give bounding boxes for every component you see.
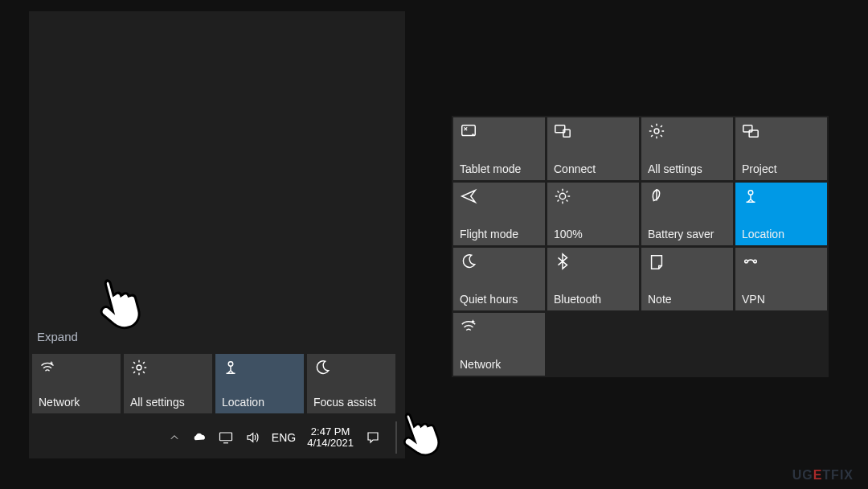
action-center-icon[interactable]: [365, 430, 381, 445]
taskbar-time: 2:47 PM: [307, 426, 354, 438]
quick-action-label: Connect: [554, 162, 633, 175]
taskbar-divider: [395, 421, 397, 454]
svg-point-12: [745, 260, 748, 263]
quick-action-network[interactable]: Network: [453, 313, 545, 376]
vpn-icon: [742, 253, 821, 270]
volume-icon[interactable]: [244, 430, 260, 445]
quick-action-label: VPN: [742, 293, 821, 306]
wifi-icon: [39, 359, 114, 376]
svg-rect-2: [219, 433, 231, 441]
watermark-ugetfix: UGETFIX: [792, 468, 854, 483]
taskbar: ENG 2:47 PM 4/14/2021: [29, 417, 405, 458]
quick-action-network[interactable]: Network: [32, 354, 121, 413]
quick-action-label: Network: [39, 396, 114, 409]
svg-point-4: [473, 134, 473, 135]
svg-point-10: [559, 193, 565, 199]
quick-action-label: Battery saver: [648, 228, 727, 240]
taskbar-language[interactable]: ENG: [272, 431, 296, 444]
quick-action-project[interactable]: Project: [735, 117, 827, 180]
location-icon: [222, 359, 297, 376]
quick-action-label: All settings: [130, 396, 206, 409]
airplane-icon: [460, 187, 538, 205]
quick-actions-expanded-panel: Tablet modeConnectAll settingsProjectFli…: [452, 116, 829, 377]
connect-icon: [554, 122, 633, 140]
expand-link[interactable]: Expand: [37, 330, 78, 343]
quick-action-label: Note: [648, 293, 727, 306]
quick-action-note[interactable]: Note: [641, 248, 733, 310]
quick-action-battery-saver[interactable]: Battery saver: [641, 183, 733, 245]
quick-action-vpn[interactable]: VPN: [735, 248, 827, 310]
quick-action-label: 100%: [554, 228, 633, 240]
quick-action-location[interactable]: Location: [735, 183, 827, 245]
quick-action-all-settings[interactable]: All settings: [641, 117, 733, 180]
location-icon: [742, 187, 821, 205]
quick-action-label: Location: [742, 228, 821, 240]
quick-action-label: Flight mode: [460, 228, 538, 240]
quick-action-quiet-hours[interactable]: Quiet hours: [453, 248, 545, 310]
quick-action-label: Focus assist: [313, 396, 389, 409]
quick-actions-row: Network All settings Location Focus assi…: [29, 354, 395, 413]
taskbar-date: 4/14/2021: [307, 438, 354, 449]
taskbar-clock[interactable]: 2:47 PM 4/14/2021: [307, 426, 354, 450]
action-center-panel: Expand Network All settings Location: [29, 11, 405, 458]
tablet-icon: [460, 122, 538, 140]
svg-point-7: [654, 129, 659, 134]
note-icon: [648, 253, 727, 270]
quick-action-all-settings[interactable]: All settings: [124, 354, 212, 413]
quick-action-label: Quiet hours: [460, 293, 538, 306]
quick-action-label: Project: [742, 162, 821, 175]
quick-action-connect[interactable]: Connect: [547, 117, 639, 180]
sun-icon: [554, 187, 633, 205]
quick-action-label: Location: [222, 396, 297, 409]
quick-action-flight-mode[interactable]: Flight mode: [453, 183, 545, 245]
quick-action-label: Bluetooth: [554, 293, 633, 306]
quick-action-focus-assist[interactable]: Focus assist: [307, 354, 395, 413]
quick-action-brightness[interactable]: 100%: [547, 183, 639, 245]
quick-action-location[interactable]: Location: [215, 354, 304, 413]
bluetooth-icon: [554, 253, 633, 270]
monitor-icon[interactable]: [219, 431, 233, 444]
moon-icon: [313, 359, 389, 376]
quick-action-tablet-mode[interactable]: Tablet mode: [453, 117, 545, 180]
leaf-icon: [648, 187, 727, 205]
quick-action-label: Network: [460, 358, 538, 371]
onedrive-icon[interactable]: [191, 432, 207, 443]
wifi-icon: [460, 318, 538, 335]
gear-icon: [130, 359, 206, 376]
svg-point-13: [754, 260, 757, 263]
svg-point-0: [137, 365, 141, 370]
svg-point-11: [748, 191, 753, 195]
moon-icon: [460, 253, 538, 270]
quick-action-bluetooth[interactable]: Bluetooth: [547, 248, 639, 310]
tray-chevron-up-icon[interactable]: [169, 432, 180, 443]
gear-icon: [648, 122, 727, 140]
quick-action-label: Tablet mode: [460, 162, 538, 175]
svg-point-1: [228, 362, 233, 367]
project-icon: [742, 122, 821, 140]
quick-action-label: All settings: [648, 162, 727, 175]
